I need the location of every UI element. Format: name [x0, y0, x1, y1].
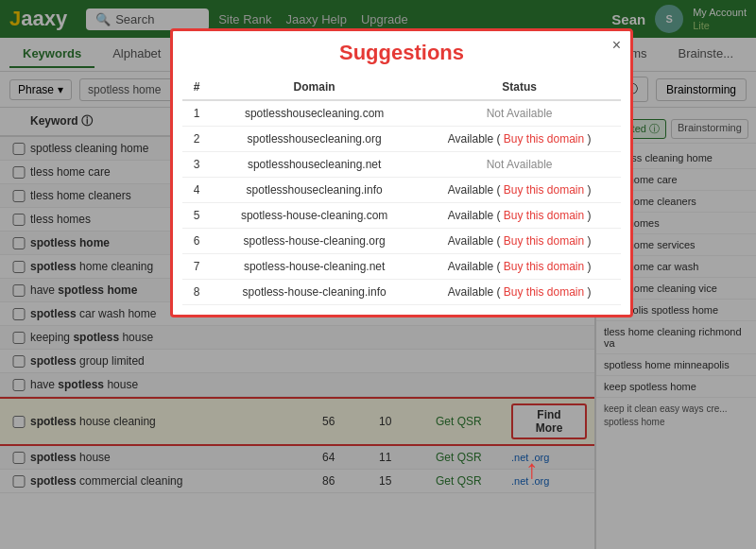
domain-row: 5spotless-house-cleaning.comAvailable ( … — [182, 203, 621, 229]
domain-row: 4spotlesshousecleaning.infoAvailable ( B… — [182, 178, 621, 203]
domain-row: 2spotlesshousecleaning.orgAvailable ( Bu… — [182, 127, 621, 152]
close-button[interactable]: × — [612, 37, 621, 54]
arrow-indicator: ↑ — [525, 455, 539, 485]
buy-domain-link[interactable]: Buy this domain — [504, 183, 584, 197]
domain-num: 1 — [182, 100, 211, 127]
domain-row: 1spotlesshousecleaning.comNot Available — [182, 100, 621, 127]
domain-status: Available ( Buy this domain ) — [418, 280, 621, 305]
domain-name: spotless-house-cleaning.info — [211, 280, 418, 305]
domain-num: 8 — [182, 280, 211, 305]
domain-num: 2 — [182, 127, 211, 152]
col-domain: Domain — [211, 75, 418, 100]
domain-status: Available ( Buy this domain ) — [418, 203, 621, 229]
domain-name: spotless-house-cleaning.com — [211, 203, 418, 229]
suggestions-modal: × Suggestions # Domain Status 1spotlessh… — [170, 28, 633, 317]
domain-num: 4 — [182, 178, 211, 203]
domain-row: 3spotlesshousecleaning.netNot Available — [182, 152, 621, 178]
domain-num: 7 — [182, 254, 211, 280]
domain-name: spotlesshousecleaning.info — [211, 178, 418, 203]
domain-status: Available ( Buy this domain ) — [418, 178, 621, 203]
buy-domain-link[interactable]: Buy this domain — [504, 132, 584, 146]
domain-num: 3 — [182, 152, 211, 178]
domain-status: Not Available — [418, 100, 621, 127]
domain-name: spotlesshousecleaning.net — [211, 152, 418, 178]
domain-status: Available ( Buy this domain ) — [418, 127, 621, 152]
domain-status: Available ( Buy this domain ) — [418, 229, 621, 254]
col-status: Status — [418, 75, 621, 100]
domain-status: Not Available — [418, 152, 621, 178]
modal-title: Suggestions — [182, 41, 621, 65]
domain-name: spotless-house-cleaning.net — [211, 254, 418, 280]
domain-row: 7spotless-house-cleaning.netAvailable ( … — [182, 254, 621, 280]
domain-name: spotlesshousecleaning.org — [211, 127, 418, 152]
domain-table: # Domain Status 1spotlesshousecleaning.c… — [182, 75, 621, 305]
domain-row: 6spotless-house-cleaning.orgAvailable ( … — [182, 229, 621, 254]
domain-num: 6 — [182, 229, 211, 254]
domain-num: 5 — [182, 203, 211, 229]
domain-name: spotless-house-cleaning.org — [211, 229, 418, 254]
buy-domain-link[interactable]: Buy this domain — [504, 285, 584, 299]
buy-domain-link[interactable]: Buy this domain — [504, 209, 584, 222]
buy-domain-link[interactable]: Buy this domain — [504, 260, 584, 273]
col-num: # — [182, 75, 211, 100]
domain-status: Available ( Buy this domain ) — [418, 254, 621, 280]
domain-name: spotlesshousecleaning.com — [211, 100, 418, 127]
buy-domain-link[interactable]: Buy this domain — [504, 234, 584, 248]
table-header-row: # Domain Status — [182, 75, 621, 100]
domain-row: 8spotless-house-cleaning.infoAvailable (… — [182, 280, 621, 305]
